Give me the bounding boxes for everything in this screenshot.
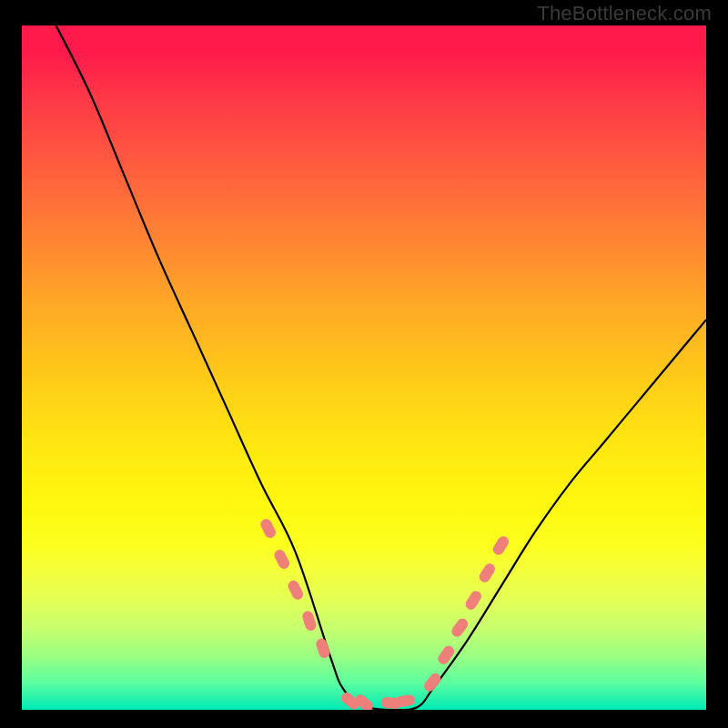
chart-overlay: [22, 25, 706, 710]
marker-capsule: [287, 579, 306, 602]
plot-area: [22, 25, 706, 710]
marker-capsule: [450, 616, 470, 639]
marker-group: [258, 517, 511, 710]
marker-capsule: [490, 534, 511, 557]
marker-capsule: [463, 589, 483, 612]
chart-frame: TheBottleneck.com: [0, 0, 728, 728]
marker-capsule: [258, 517, 278, 540]
marker-capsule: [301, 610, 318, 632]
marker-capsule: [394, 693, 416, 707]
marker-capsule: [477, 561, 497, 584]
marker-capsule: [272, 548, 291, 571]
marker-capsule: [315, 637, 331, 660]
marker-capsule: [436, 643, 457, 666]
marker-capsule: [422, 672, 443, 694]
attribution-text: TheBottleneck.com: [537, 2, 712, 25]
curve-line: [56, 25, 706, 710]
